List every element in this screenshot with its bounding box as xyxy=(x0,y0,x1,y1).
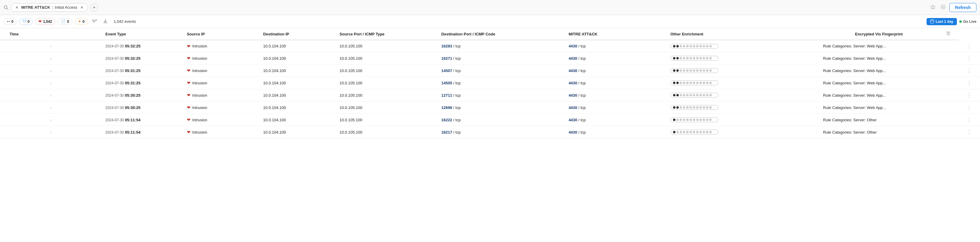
cell-src-ip: 10.0.104.100 xyxy=(259,77,336,89)
cell-row-menu[interactable]: ⋮ xyxy=(959,102,980,114)
cell-mitre xyxy=(667,52,819,65)
time-range-button[interactable]: Last 1 day xyxy=(927,18,957,25)
pill-arrow[interactable]: ↩ 0 xyxy=(3,18,17,25)
sport-proto: tcp xyxy=(455,56,461,61)
cell-row-menu[interactable]: ⋮ xyxy=(959,40,980,52)
dport-value: 4430 xyxy=(569,130,578,135)
mitre-dots-bar xyxy=(670,118,718,122)
intrusion-icon: ❤ xyxy=(187,93,191,97)
mitre-dots-bar xyxy=(670,130,718,135)
mitre-tab[interactable]: ✕ MITRE ATT&CK | Initial Access ✕ xyxy=(11,3,88,12)
event-type-label: Intrusion xyxy=(192,118,207,122)
mitre-dot-empty xyxy=(693,94,695,96)
expand-icon[interactable]: › xyxy=(49,81,53,85)
cell-enc-fingerprint xyxy=(938,77,959,89)
sport-proto: tcp xyxy=(455,130,461,135)
row-menu-icon[interactable]: ⋮ xyxy=(967,68,972,73)
expand-icon[interactable]: › xyxy=(49,69,53,73)
cell-src-ip: 10.0.104.100 xyxy=(259,40,336,52)
pill-shield[interactable]: 🛡 0 xyxy=(19,18,33,25)
mitre-dot-empty xyxy=(683,106,685,109)
col-header-trash[interactable] xyxy=(938,28,959,40)
time-time: 05:32:25 xyxy=(125,44,140,48)
table-row[interactable]: ›2024-07-30 05:31:25❤Intrusion10.0.104.1… xyxy=(0,77,980,89)
table-header-row: Time Event Type Source IP Destination IP… xyxy=(0,28,980,40)
row-menu-icon[interactable]: ⋮ xyxy=(967,43,972,49)
mitre-dot-empty xyxy=(679,57,682,59)
table-row[interactable]: ›2024-07-30 05:30:25❤Intrusion10.0.104.1… xyxy=(0,102,980,114)
event-type-label: Intrusion xyxy=(192,68,207,73)
cell-row-menu[interactable]: ⋮ xyxy=(959,65,980,77)
settings-icon-button[interactable] xyxy=(939,3,947,12)
cell-dport: 4430 / tcp xyxy=(565,52,667,65)
cell-src-ip: 10.0.104.100 xyxy=(259,65,336,77)
mitre-dot-empty xyxy=(700,106,702,109)
star-icon-button[interactable] xyxy=(929,3,937,12)
cell-src-ip: 10.0.104.100 xyxy=(259,126,336,139)
row-menu-icon[interactable]: ⋮ xyxy=(967,80,972,86)
cell-time: 2024-07-30 05:30:25 xyxy=(102,89,183,102)
mitre-dot-empty xyxy=(683,45,685,48)
row-menu-icon[interactable]: ⋮ xyxy=(967,92,972,98)
refresh-button[interactable]: Refresh xyxy=(950,3,977,12)
row-menu-icon[interactable]: ⋮ xyxy=(967,129,972,135)
expand-icon[interactable]: › xyxy=(49,94,53,97)
mitre-dot-empty xyxy=(686,106,689,109)
time-time: 05:30:25 xyxy=(125,105,140,110)
tab-initial-close-button[interactable]: ✕ xyxy=(79,5,84,10)
table-row[interactable]: ›2024-07-30 05:32:25❤Intrusion10.0.104.1… xyxy=(0,40,980,52)
cell-row-menu[interactable]: ⋮ xyxy=(959,52,980,65)
table-row[interactable]: ›2024-07-30 05:11:54❤Intrusion10.0.104.1… xyxy=(0,126,980,139)
table-row[interactable]: ›2024-07-30 05:30:25❤Intrusion10.0.104.1… xyxy=(0,89,980,102)
tab-close-button[interactable]: ✕ xyxy=(14,5,19,10)
event-type-label: Intrusion xyxy=(192,130,207,135)
pill-star[interactable]: ✦ 0 xyxy=(75,18,88,25)
cell-row-menu[interactable]: ⋮ xyxy=(959,89,980,102)
table-row[interactable]: ›2024-07-30 05:11:54❤Intrusion10.0.104.1… xyxy=(0,114,980,126)
cell-dst-ip: 10.0.105.100 xyxy=(336,40,438,52)
mitre-dot-filled xyxy=(673,94,675,96)
cell-dst-ip: 10.0.105.100 xyxy=(336,89,438,102)
cell-row-menu[interactable]: ⋮ xyxy=(959,126,980,139)
row-menu-icon[interactable]: ⋮ xyxy=(967,117,972,123)
mitre-dot-empty xyxy=(696,69,698,72)
expand-icon[interactable]: › xyxy=(49,118,53,122)
sport-value: 12696 xyxy=(441,105,452,110)
mitre-dot-filled xyxy=(673,119,675,121)
mitre-dots-bar xyxy=(670,44,718,49)
mitre-dot-empty xyxy=(703,45,705,48)
mitre-dot-filled xyxy=(676,106,679,109)
row-menu-icon[interactable]: ⋮ xyxy=(967,55,972,61)
table-row[interactable]: ›2024-07-30 05:32:25❤Intrusion10.0.104.1… xyxy=(0,52,980,65)
dport-proto: tcp xyxy=(581,44,586,48)
pill-heart-count: 1,042 xyxy=(43,19,52,24)
row-menu-icon[interactable]: ⋮ xyxy=(967,105,972,110)
expand-icon[interactable]: › xyxy=(49,106,53,110)
expand-icon[interactable]: › xyxy=(49,131,53,134)
sport-proto: tcp xyxy=(455,44,461,48)
col-header-enc: Encrypted Vis Fingerprint xyxy=(819,28,938,40)
pill-heart[interactable]: ❤ 1,042 xyxy=(35,18,55,25)
cell-dst-ip: 10.0.105.100 xyxy=(336,126,438,139)
mitre-dot-empty xyxy=(710,119,712,121)
mitre-dot-empty xyxy=(693,57,695,59)
mitre-dot-empty xyxy=(683,94,685,96)
go-live-button[interactable]: Go Live xyxy=(959,19,977,24)
mitre-dot-empty xyxy=(679,69,682,72)
expand-icon[interactable]: › xyxy=(49,57,53,61)
add-tab-button[interactable]: + xyxy=(90,3,98,11)
pill-star-count: 0 xyxy=(83,19,84,24)
table-row[interactable]: ›2024-07-30 05:31:25❤Intrusion10.0.104.1… xyxy=(0,65,980,77)
cell-row-menu[interactable]: ⋮ xyxy=(959,114,980,126)
download-button[interactable] xyxy=(101,18,110,25)
expand-icon[interactable]: › xyxy=(49,45,53,48)
col-header-sport: Source Port / ICMP Type xyxy=(336,28,438,40)
time-date: 2024-07-30 xyxy=(105,69,124,73)
time-date: 2024-07-30 xyxy=(105,106,124,110)
cell-row-menu[interactable]: ⋮ xyxy=(959,77,980,89)
sport-value: 16222 xyxy=(441,118,452,122)
sport-proto: tcp xyxy=(455,81,461,85)
filter-button[interactable] xyxy=(90,18,99,25)
pill-doc[interactable]: 📄 0 xyxy=(57,18,72,25)
arrow-icon: ↩ xyxy=(7,19,10,24)
